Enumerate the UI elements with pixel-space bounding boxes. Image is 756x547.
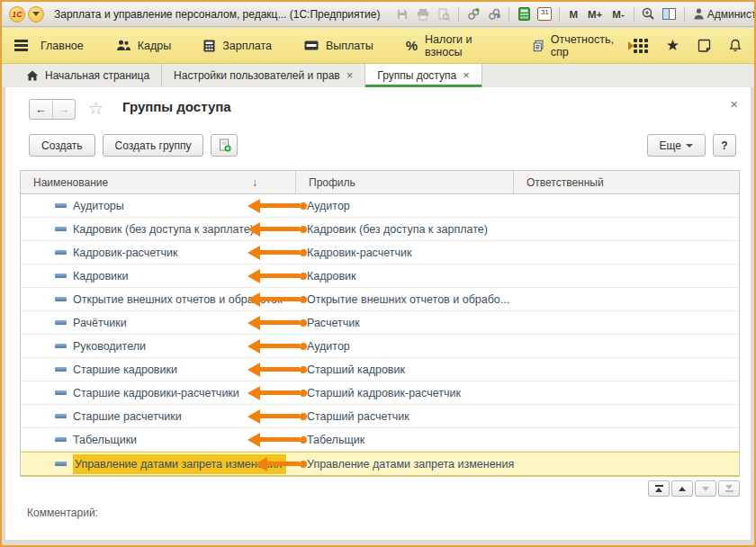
notifications-bell-icon[interactable]: [729, 39, 742, 52]
column-header-responsible[interactable]: Ответственный: [514, 171, 739, 193]
annotation-arrow-icon: [248, 316, 307, 330]
tab-access-groups[interactable]: Группы доступа ×: [365, 64, 482, 87]
1c-logo-icon: 1С: [9, 6, 25, 22]
hamburger-icon[interactable]: [14, 40, 28, 51]
close-icon[interactable]: ×: [346, 70, 354, 81]
tab-home[interactable]: Начальная страница: [14, 64, 162, 87]
memory-m-minus-button[interactable]: M-: [608, 9, 627, 20]
table-row[interactable]: Старшие кадровики-расчетчики Старший кад…: [21, 381, 739, 405]
toolbar-separator: [634, 7, 634, 22]
cell-responsible: [514, 335, 739, 357]
table-row[interactable]: Кадровик (без доступа к зарплате) Кадров…: [21, 218, 739, 241]
table-row[interactable]: Рачётчики Расчетчик: [21, 311, 739, 335]
tab-user-settings[interactable]: Настройки пользователей и прав ×: [162, 64, 365, 87]
access-group-icon: [55, 320, 67, 325]
menu-item-main[interactable]: Главное: [40, 40, 84, 52]
save-link-icon[interactable]: [464, 5, 482, 23]
menu-item-nalogi[interactable]: % Налоги и взносы: [406, 33, 500, 58]
access-group-icon: [55, 437, 67, 442]
memory-m-plus-button[interactable]: M+: [584, 9, 606, 20]
menu-item-kadry[interactable]: Кадры: [116, 40, 171, 52]
annotation-arrow-icon: [248, 199, 307, 213]
table-row[interactable]: Кадровик-расчетчик Кадровик-расчетчик: [21, 241, 739, 265]
go-link-icon[interactable]: [485, 5, 503, 23]
create-button[interactable]: Создать: [29, 134, 95, 157]
close-icon[interactable]: ×: [463, 70, 470, 81]
menu-item-vyplaty[interactable]: Выплаты: [304, 40, 374, 52]
menu-item-otchetnost[interactable]: Отчетность, спр: [533, 33, 625, 58]
panel-tools: ★: [634, 38, 742, 53]
go-previous-row-button[interactable]: [671, 480, 693, 497]
cell-profile: Старший расчетчик: [296, 405, 514, 427]
save-icon[interactable]: [393, 5, 411, 23]
memory-m-button[interactable]: M: [565, 9, 581, 20]
table-row[interactable]: Управление датами запрета изменения Упра…: [21, 452, 739, 476]
title-bar: 1С Зарплата и управление персоналом, ред…: [2, 2, 754, 27]
access-group-icon: [55, 390, 67, 395]
go-next-row-button[interactable]: [695, 480, 716, 497]
profile-name: Кадровик-расчетчик: [307, 247, 411, 259]
table-row[interactable]: Открытие внешних отчетов и обработок Отк…: [21, 288, 739, 311]
print-icon[interactable]: [414, 5, 432, 23]
cell-profile: Аудитор: [296, 335, 514, 357]
column-header-name[interactable]: Наименование ↓: [21, 171, 296, 193]
calculator-icon: [203, 40, 215, 52]
calculator-icon[interactable]: [515, 5, 533, 23]
profile-name: Старший кадровик-расчетчик: [307, 387, 461, 399]
cell-responsible: [514, 311, 739, 334]
annotation-arrow-icon: [248, 292, 307, 307]
group-name: Старшие расчетчики: [73, 410, 182, 423]
table-row[interactable]: Руководители Аудитор: [21, 335, 739, 358]
help-button[interactable]: ?: [713, 134, 736, 157]
table-body: Аудиторы Аудитор Кад: [21, 194, 739, 476]
cell-profile: Кадровик: [296, 265, 514, 287]
current-user: Администратор: [690, 8, 756, 21]
menu-item-zarplata[interactable]: Зарплата: [203, 40, 272, 52]
cell-responsible: [514, 405, 739, 427]
table-row[interactable]: Табельщики Табельщик: [21, 428, 739, 452]
command-bar: Создать Создать группу Еще ?: [29, 134, 736, 157]
table-row[interactable]: Старшие кадровики Старший кадровик: [21, 358, 739, 381]
history-icon[interactable]: [698, 39, 711, 52]
forward-button[interactable]: →: [53, 100, 76, 119]
annotation-arrow-icon: [248, 339, 307, 354]
group-name: Рачётчики: [73, 317, 127, 329]
cell-profile: Кадровик (без доступа к зарплате): [296, 218, 514, 240]
annotation-arrow-icon: [248, 409, 307, 424]
column-header-profile[interactable]: Профиль: [296, 171, 514, 193]
table-row[interactable]: Кадровики Кадровик: [21, 265, 739, 288]
banknote-icon: [304, 40, 319, 50]
go-last-row-button[interactable]: [718, 480, 740, 497]
annotation-arrow-icon: [248, 363, 307, 377]
calendar-icon[interactable]: 31: [536, 5, 554, 23]
split-window-icon[interactable]: [661, 5, 679, 23]
favorites-icon[interactable]: ★: [666, 38, 680, 53]
print-preview-icon[interactable]: [435, 5, 453, 23]
profile-name: Управление датами запрета изменения: [307, 458, 514, 471]
group-name: Руководители: [73, 340, 146, 353]
cell-responsible: [514, 428, 739, 451]
access-group-icon: [55, 274, 67, 278]
cell-responsible: [514, 218, 739, 240]
toolbar-separator: [508, 7, 509, 22]
annotation-arrow-icon: [255, 457, 307, 471]
annotation-arrow-icon: [248, 386, 307, 400]
cell-profile: Управление датами запрета изменения: [296, 453, 514, 475]
main-menu-button[interactable]: [28, 6, 44, 22]
page-title: Группы доступа: [122, 99, 231, 114]
more-button[interactable]: Еще: [647, 134, 706, 157]
back-button[interactable]: ←: [30, 100, 53, 119]
chevron-down-icon: [32, 12, 40, 16]
all-functions-icon[interactable]: [634, 39, 648, 53]
table-row[interactable]: Старшие расчетчики Старший расчетчик: [21, 405, 739, 428]
group-name: Старшие кадровики-расчетчики: [73, 387, 239, 399]
go-first-row-button[interactable]: [648, 480, 670, 497]
zoom-icon[interactable]: [640, 5, 658, 23]
table-row[interactable]: Аудиторы Аудитор: [21, 194, 739, 218]
copy-item-button[interactable]: [211, 134, 238, 157]
form-close-icon[interactable]: ×: [730, 98, 738, 111]
create-group-button[interactable]: Создать группу: [103, 134, 204, 157]
access-group-icon: [55, 367, 67, 372]
add-to-favorites-star-icon[interactable]: ☆: [88, 98, 104, 119]
access-group-icon: [55, 250, 67, 255]
